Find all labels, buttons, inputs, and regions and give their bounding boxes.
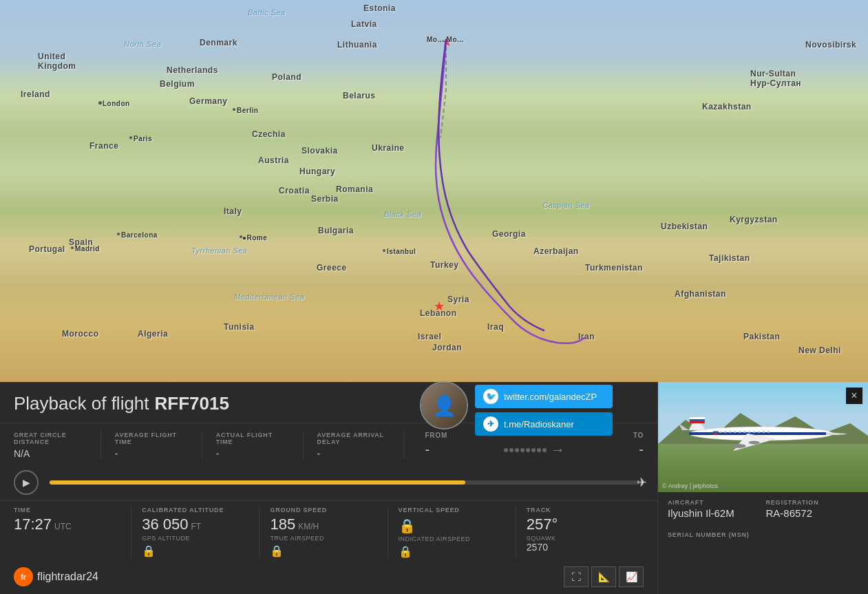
- ground-speed-unit: KM/H: [298, 522, 319, 531]
- close-icon: ×: [851, 390, 857, 402]
- data-calibrated-alt: CALIBRATED ALTITUDE 36 050 FT GPS ALTITU…: [142, 507, 260, 558]
- to-value: -: [602, 442, 644, 458]
- label-italy: Italy: [224, 206, 242, 216]
- chart-button[interactable]: 📈: [619, 566, 644, 587]
- photo-credit: © Andrey | jetphotos: [662, 482, 718, 489]
- svg-rect-9: [690, 417, 705, 419]
- svg-rect-23: [713, 429, 719, 431]
- stat-great-circle-label: GREAT CIRCLE DISTANCE: [14, 432, 87, 445]
- svg-rect-21: [763, 431, 765, 433]
- playback-row: ▶ ✈: [0, 465, 657, 500]
- vertical-speed-lock-icon: 🔒: [399, 518, 505, 534]
- fullscreen-button[interactable]: ⛶: [564, 566, 589, 587]
- label-paris: Paris: [134, 135, 152, 142]
- ground-speed-value: 185: [270, 516, 295, 533]
- label-north-sea: North Sea: [124, 40, 161, 48]
- data-row: TIME 17:27 UTC CALIBRATED ALTITUDE 36 05…: [0, 500, 657, 562]
- indicated-airspeed-label: INDICATED AIRSPEED: [399, 535, 505, 542]
- aircraft-panel: © Andrey | jetphotos × AIRCRAFT Ilyushin…: [657, 382, 868, 594]
- label-latvia: Latvia: [351, 19, 377, 29]
- label-poland: Poland: [272, 72, 301, 82]
- route-arrow: →: [466, 442, 602, 458]
- flight-id: RFF7015: [155, 393, 229, 414]
- label-jordan: Jordan: [432, 343, 462, 352]
- label-ireland: Ireland: [21, 89, 50, 99]
- label-iran: Iran: [578, 332, 595, 341]
- label-tunisia: Tunisia: [224, 322, 255, 332]
- airspeed-lock-icon: 🔒: [270, 544, 377, 558]
- label-bulgaria: Bulgaria: [318, 226, 354, 235]
- destination-marker: ★: [434, 300, 445, 312]
- svg-rect-14: [730, 431, 731, 433]
- label-caspian-sea: Caspian Sea: [542, 201, 590, 209]
- close-button[interactable]: ×: [846, 388, 862, 404]
- data-track: TRACK 257° SQUAWK 2570: [527, 507, 644, 558]
- svg-rect-4: [689, 432, 826, 435]
- play-icon: ▶: [23, 477, 30, 488]
- social-overlay: 👤 🐦 twitter.com/galandecZP ✈ t.me/Radios…: [420, 381, 613, 436]
- label-ukraine: Ukraine: [372, 143, 405, 153]
- registration-section: REGISTRATION RA-86572: [766, 499, 859, 519]
- telegram-link[interactable]: ✈ t.me/Radioskaner: [475, 412, 613, 436]
- track-label: TRACK: [527, 507, 633, 513]
- svg-rect-18: [749, 431, 750, 433]
- stat-avg-time-label: AVERAGE FLIGHT TIME: [115, 432, 188, 445]
- label-portugal: Portugal: [29, 244, 65, 254]
- stat-great-circle-value: N/A: [14, 448, 87, 459]
- telegram-icon: ✈: [483, 416, 498, 432]
- label-syria: Syria: [447, 295, 469, 304]
- gps-alt-label: GPS ALTITUDE: [142, 535, 248, 542]
- label-iraq: Iraq: [487, 322, 504, 332]
- label-turkey: Turkey: [430, 260, 458, 270]
- stat-avg-flight-time: AVERAGE FLIGHT TIME -: [115, 432, 202, 459]
- city-dot-london: [98, 101, 102, 105]
- svg-rect-12: [720, 431, 721, 433]
- map-container: UnitedKingdom Ireland France Spain Portu…: [0, 0, 868, 382]
- label-rome: ●Rome: [242, 234, 267, 242]
- label-romania: Romania: [336, 184, 373, 194]
- label-israel: Israel: [418, 332, 441, 341]
- label-berlin: Berlin: [237, 107, 258, 114]
- label-morocco: Morocco: [62, 329, 99, 339]
- play-button[interactable]: ▶: [14, 470, 39, 495]
- label-france: France: [89, 141, 118, 151]
- progress-fill: [50, 480, 465, 485]
- twitter-icon: 🐦: [483, 389, 498, 404]
- label-uzbekistan: Uzbekistan: [661, 222, 708, 231]
- label-austria: Austria: [258, 156, 289, 165]
- route-section: FROM TO - → -: [418, 432, 644, 459]
- stat-great-circle: GREAT CIRCLE DISTANCE N/A: [14, 432, 101, 459]
- cal-alt-unit: FT: [191, 522, 202, 531]
- svg-rect-16: [739, 431, 741, 433]
- label-tyrrhenian: Tyrrhenian Sea: [191, 246, 247, 255]
- svg-rect-15: [734, 431, 736, 433]
- label-serbia: Serbia: [311, 194, 339, 204]
- stat-actual-flight-time: ACTUAL FLIGHT TIME -: [216, 432, 304, 459]
- label-slovakia: Slovakia: [301, 146, 338, 156]
- svg-rect-10: [690, 419, 705, 421]
- measure-button[interactable]: 📐: [591, 566, 616, 587]
- data-ground-speed: GROUND SPEED 185 KM/H TRUE AIRSPEED 🔒: [270, 507, 388, 558]
- label-kyrgyzstan: Kyrgyzstan: [730, 215, 778, 224]
- time-label: TIME: [14, 507, 120, 513]
- label-pakistan: Pakistan: [743, 332, 780, 341]
- stat-arrival-delay: AVERAGE ARRIVAL DELAY -: [317, 432, 405, 459]
- label-istanbul: Istanbul: [387, 248, 416, 255]
- utc-label: UTC: [54, 522, 72, 531]
- city-dot-berlin: [233, 108, 235, 111]
- registration-label: REGISTRATION: [766, 499, 859, 506]
- stat-actual-time-value: -: [216, 448, 289, 459]
- cal-alt-label: CALIBRATED ALTITUDE: [142, 507, 248, 513]
- twitter-link[interactable]: 🐦 twitter.com/galandecZP: [475, 385, 613, 408]
- data-vertical-speed: VERTICAL SPEED 🔒 INDICATED AIRSPEED 🔒: [399, 507, 516, 558]
- svg-rect-13: [725, 431, 726, 433]
- label-belarus: Belarus: [343, 91, 376, 100]
- svg-rect-11: [690, 421, 705, 423]
- svg-rect-20: [759, 431, 760, 433]
- svg-point-6: [749, 441, 760, 444]
- svg-rect-17: [744, 431, 745, 433]
- svg-rect-19: [754, 431, 755, 433]
- progress-bar[interactable]: ✈: [50, 480, 644, 485]
- svg-rect-22: [768, 431, 769, 433]
- ground-speed-label: GROUND SPEED: [270, 507, 377, 513]
